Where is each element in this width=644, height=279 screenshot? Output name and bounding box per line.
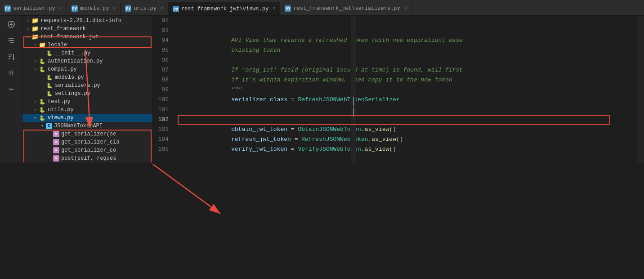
sidebar-item-get-serializer-co[interactable]: › m get_serializer_co bbox=[22, 146, 152, 154]
code-line-94: existing token bbox=[182, 36, 637, 45]
line-num-94: 94 bbox=[153, 36, 173, 45]
tab-serializers2[interactable]: py rest_framework_jwt\serializers.py × bbox=[280, 2, 412, 15]
sidebar-item-rest-framework[interactable]: › 📁 rest_framework bbox=[22, 25, 152, 33]
sidebar-label-serializers: serializers.py bbox=[55, 82, 100, 89]
sidebar-item-locale[interactable]: › 📁 locale bbox=[22, 41, 152, 49]
sidebar-item-settings[interactable]: › 🐍 settings.py bbox=[22, 90, 152, 98]
line-num-105: 105 bbox=[153, 144, 173, 154]
code-line-103: refresh_jwt_token = RefreshJSONWebToken.… bbox=[182, 125, 637, 135]
svg-rect-9 bbox=[9, 89, 13, 90]
tab-models[interactable]: py models.py × bbox=[67, 2, 121, 15]
code-line-102: obtain_jwt_token = ObtainJSONWebToken.as… bbox=[182, 115, 637, 125]
minus-button[interactable] bbox=[5, 83, 18, 95]
tab-urls-icon: py bbox=[125, 5, 131, 12]
code-line-104: verify_jwt_token = VerifyJSONWebToken.as… bbox=[182, 135, 637, 144]
line-num-102: 102 bbox=[153, 115, 173, 125]
method-icon-get-ser: m bbox=[53, 131, 59, 137]
sidebar-label-get-ser-cla: get_serializer_cla bbox=[61, 139, 120, 145]
sidebar-item-requests[interactable]: › 📁 requests-2.28.1.dist-info bbox=[22, 17, 152, 25]
arrow-requests: › bbox=[24, 18, 31, 23]
arrow-views: ▾ bbox=[31, 115, 39, 121]
tab-urls-close[interactable]: × bbox=[161, 6, 163, 11]
sidebar-item-serializers[interactable]: › 🐍 serializers.py bbox=[22, 81, 152, 90]
main-area: › 📁 requests-2.28.1.dist-info › 📁 rest_f… bbox=[0, 16, 644, 162]
sidebar-item-views[interactable]: ▾ 🐍 views.py bbox=[22, 114, 152, 122]
settings-button[interactable] bbox=[5, 67, 18, 79]
sidebar-label-get-ser-co: get_serializer_co bbox=[61, 147, 116, 153]
py-icon-init: 🐍 bbox=[46, 50, 53, 56]
sidebar-item-post[interactable]: › m post(self, reques bbox=[22, 154, 152, 162]
code-line-95 bbox=[182, 45, 637, 55]
sidebar-label-post: post(self, reques bbox=[61, 155, 116, 162]
sidebar-label-get-ser: get_serializer(se bbox=[61, 131, 116, 137]
tab-serializer[interactable]: py serializer.py × bbox=[0, 2, 67, 15]
sidebar-label-settings: settings.py bbox=[55, 90, 90, 97]
sort-button[interactable] bbox=[5, 50, 18, 63]
sidebar-item-get-serializer-class[interactable]: › m get_serializer_cla bbox=[22, 138, 152, 146]
tab-models-label: models.py bbox=[80, 5, 109, 12]
line-num-97: 97 bbox=[153, 65, 173, 75]
code-line-98: """ bbox=[182, 75, 637, 85]
arrow-auth: › bbox=[31, 59, 39, 64]
line-num-101: 101 bbox=[153, 105, 173, 115]
sidebar-label-jwt-folder: rest_framework_jwt bbox=[40, 34, 99, 40]
class-icon-jsonweb: C bbox=[46, 123, 52, 129]
arrow-jsonweb: ▾ bbox=[39, 123, 46, 129]
line-num-95: 95 bbox=[153, 45, 173, 55]
tab-urls[interactable]: py urls.py × bbox=[121, 2, 168, 15]
tab-serializers2-label: rest_framework_jwt\serializers.py bbox=[293, 5, 400, 12]
folder-icon-locale: 📁 bbox=[39, 42, 46, 48]
editor-area: 92 93 94 95 96 97 98 99 100 101 102 103 … bbox=[153, 16, 644, 162]
tab-serializer-close[interactable]: × bbox=[59, 6, 62, 11]
code-content[interactable]: API View that returns a refreshed token … bbox=[178, 16, 637, 162]
tab-models-close[interactable]: × bbox=[113, 6, 116, 11]
py-icon-views: 🐍 bbox=[39, 115, 46, 121]
arrow-rest-framework: › bbox=[24, 27, 31, 32]
add-button[interactable] bbox=[5, 18, 18, 31]
sidebar-label-models: models.py bbox=[55, 74, 84, 81]
line-num-104: 104 bbox=[153, 135, 173, 144]
folder-icon-rest-framework: 📁 bbox=[31, 26, 39, 32]
sidebar-label-init: __init__.py bbox=[55, 50, 90, 56]
app-container: py serializer.py × py models.py × py url… bbox=[0, 0, 644, 162]
tab-serializers2-close[interactable]: × bbox=[404, 6, 407, 11]
tab-views[interactable]: py rest_framework_jwt\views.py × bbox=[168, 2, 280, 15]
arrow-locale: › bbox=[31, 43, 39, 48]
sidebar-label-compat: compat.py bbox=[48, 66, 77, 72]
sidebar-item-utils[interactable]: › 🐍 utils.py bbox=[22, 106, 152, 114]
code-line-93: API View that returns a refreshed token … bbox=[182, 26, 637, 36]
line-num-98: 98 bbox=[153, 75, 173, 85]
line-num-103: 103 bbox=[153, 125, 173, 135]
tab-views-label: rest_framework_jwt\views.py bbox=[181, 6, 268, 12]
line-numbers: 92 93 94 95 96 97 98 99 100 101 102 103 … bbox=[153, 16, 178, 162]
tab-py-icon: py bbox=[4, 5, 11, 12]
tab-views-icon: py bbox=[173, 6, 179, 12]
sidebar-item-init[interactable]: › 🐍 __init__.py bbox=[22, 49, 152, 57]
arrow-jwt-folder: ▾ bbox=[24, 34, 31, 40]
code-line-101 bbox=[182, 105, 637, 115]
code-line-99: serializer_class = RefreshJSONWebTokenSe… bbox=[182, 85, 637, 95]
code-line-97: if it's within expiration window, then c… bbox=[182, 65, 637, 75]
method-icon-post: m bbox=[53, 155, 59, 162]
code-line-100 bbox=[182, 95, 637, 105]
sidebar-label-test: test.py bbox=[48, 99, 70, 105]
hierarchy-button[interactable] bbox=[5, 34, 18, 47]
py-icon-serializers: 🐍 bbox=[46, 82, 53, 89]
sidebar-item-compat[interactable]: › 🐍 compat.py bbox=[22, 65, 152, 73]
editor-minimap-handle bbox=[351, 16, 356, 162]
sidebar-item-models[interactable]: › 🐍 models.py bbox=[22, 73, 152, 81]
tab-serializer-label: serializer.py bbox=[13, 5, 55, 12]
arrow-compat: › bbox=[31, 67, 39, 72]
py-icon-compat: 🐍 bbox=[39, 66, 46, 72]
sidebar-item-auth[interactable]: › 🐍 authentication.py bbox=[22, 57, 152, 65]
left-toolbar bbox=[0, 16, 22, 162]
sidebar-label-jsonweb: JSONWebTokenAPI bbox=[54, 123, 103, 129]
tab-views-close[interactable]: × bbox=[273, 6, 275, 11]
sidebar-item-class-jsonweb[interactable]: ▾ C JSONWebTokenAPI bbox=[22, 122, 152, 130]
sidebar-item-test[interactable]: › 🐍 test.py bbox=[22, 98, 152, 106]
sidebar-item-jwt-folder[interactable]: ▾ 📁 rest_framework_jwt bbox=[22, 33, 152, 41]
tab-serializers2-icon: py bbox=[285, 5, 291, 12]
sidebar-item-get-serializer[interactable]: › m get_serializer(se bbox=[22, 130, 152, 138]
line-num-96: 96 bbox=[153, 55, 173, 65]
folder-icon-requests: 📁 bbox=[31, 18, 39, 24]
